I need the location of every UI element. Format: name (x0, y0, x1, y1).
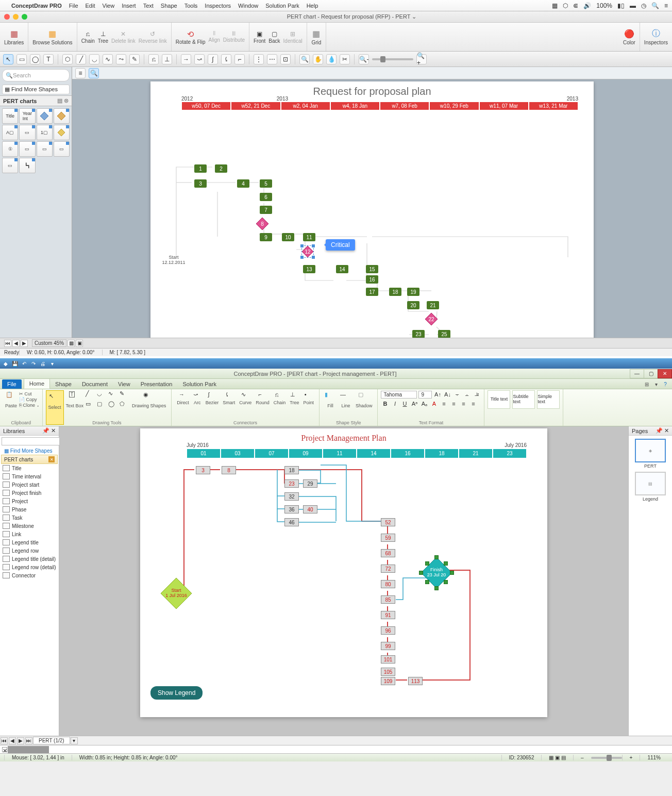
shape-phase[interactable]: ▭ (19, 125, 35, 140)
spotlight-icon[interactable]: ▦ (552, 2, 558, 9)
align-bot[interactable]: ⫡ (473, 390, 481, 399)
rotate-icon[interactable]: ⟲ (186, 29, 196, 39)
tree-icon[interactable]: ⊥ (99, 30, 107, 38)
node-8[interactable]: 8 (256, 218, 268, 230)
qa-save[interactable]: 💾 (11, 360, 19, 367)
shape-finish[interactable] (54, 108, 70, 124)
shape-year[interactable]: YearInt (19, 108, 35, 124)
tab-document[interactable]: Document (77, 379, 113, 389)
t-rrect[interactable]: ▢ (97, 401, 105, 409)
canvas2[interactable]: Project Management Plan July 2016 July 2… (59, 426, 628, 736)
menu-shape[interactable]: Shape (161, 3, 177, 9)
tab-presentation[interactable]: Presentation (136, 379, 178, 389)
conn-smart[interactable]: ⤹ (221, 54, 231, 64)
text-tool[interactable]: T (43, 54, 54, 64)
pm-101[interactable]: 101 (381, 655, 395, 664)
t-poly[interactable]: ⬠ (120, 401, 128, 409)
conn-round[interactable]: ⌐ (234, 54, 245, 64)
find-more-shapes[interactable]: ▦ Find More Shapes (2, 447, 57, 454)
qa-redo[interactable]: ↷ (30, 360, 37, 367)
lib-item[interactable]: Legend row (0, 546, 59, 555)
page2-canvas[interactable]: Project Management Plan July 2016 July 2… (140, 428, 547, 717)
align-top[interactable]: ⫟ (453, 390, 461, 399)
title-text-btn[interactable]: Title text (488, 390, 510, 409)
node-21[interactable]: 21 (427, 301, 439, 309)
shape-start[interactable] (37, 108, 53, 124)
node-23[interactable]: 23 (412, 330, 425, 338)
page-opt1[interactable]: ▦ (68, 340, 75, 347)
tab-solution-park[interactable]: Solution Park (177, 379, 221, 389)
pm-32[interactable]: 32 (284, 492, 299, 501)
align-j[interactable]: ≡ (469, 400, 477, 408)
lib-item[interactable]: Title (0, 464, 59, 472)
node-16[interactable]: 16 (366, 275, 378, 284)
page-first[interactable]: ⏮ (4, 340, 11, 347)
shape-tool[interactable]: ⬡ (62, 54, 73, 64)
select-icon[interactable]: ↖ (49, 393, 60, 404)
lib-item[interactable]: Task (0, 513, 59, 522)
lib-item[interactable]: Milestone (0, 522, 59, 530)
conn-arc[interactable]: ⤻ (194, 54, 205, 64)
qa-print[interactable]: 🖨 (39, 360, 46, 367)
pm-109[interactable]: 109 (381, 677, 395, 685)
t-line[interactable]: ╱ (86, 390, 94, 399)
tab-home[interactable]: Home (24, 378, 50, 389)
pm-80[interactable]: 80 (381, 580, 395, 588)
pm-113[interactable]: 113 (408, 677, 423, 685)
explode-icon[interactable]: ⊞ (643, 380, 650, 388)
t-ell[interactable]: ◯ (108, 401, 116, 409)
node-2[interactable]: 2 (215, 164, 227, 173)
conn-bezier[interactable]: ∫ (208, 54, 218, 64)
lib-item[interactable]: Project finish (0, 489, 59, 497)
pm-59[interactable]: 59 (381, 534, 395, 542)
chain-icon[interactable]: ⎌ (84, 30, 92, 38)
cut-button[interactable]: ✂ Cut (19, 391, 39, 396)
view-list[interactable]: ≡ (75, 68, 86, 78)
grid-icon[interactable]: ▦ (311, 28, 322, 39)
maximize-button[interactable] (22, 14, 27, 20)
sub[interactable]: Aₐ (420, 400, 428, 408)
pm-96[interactable]: 96 (381, 626, 395, 635)
t-arc[interactable]: ◡ (97, 390, 105, 399)
pm-99[interactable]: 99 (381, 642, 395, 650)
italic[interactable]: I (391, 400, 399, 408)
qa-undo[interactable]: ↶ (21, 360, 28, 367)
node-22[interactable]: 22 (425, 313, 438, 325)
node-25[interactable]: 25 (438, 330, 450, 338)
lib-search[interactable]: 🔍▦ (2, 437, 57, 445)
pm-29[interactable]: 29 (303, 479, 317, 488)
battery-icon[interactable]: ▮▯ (617, 2, 625, 9)
node-11[interactable]: 11 (303, 233, 315, 241)
node-5[interactable]: 5 (260, 179, 272, 188)
pm-105[interactable]: 105 (381, 668, 395, 676)
node-19[interactable]: 19 (407, 288, 419, 296)
collapse-ribbon-icon[interactable]: ▾ (652, 380, 660, 388)
shape-search[interactable]: 🔍 Search (2, 69, 70, 81)
search-icon[interactable]: 🔍 (651, 2, 659, 9)
edit-points[interactable]: ⋮ (254, 54, 264, 64)
node-18[interactable]: 18 (389, 288, 401, 296)
shape-title[interactable]: Title (2, 108, 18, 124)
shape-leg2[interactable]: ▭ (37, 141, 53, 157)
tab-next[interactable]: ▶ (17, 737, 24, 744)
shape-connector[interactable]: ┗┓ (19, 158, 35, 173)
menu-tools[interactable]: Tools (184, 3, 198, 9)
tab-shape[interactable]: Shape (50, 379, 77, 389)
node-12-selected[interactable]: 12 (301, 245, 314, 258)
snap-tool[interactable]: ⊡ (280, 54, 291, 64)
close-button[interactable] (4, 14, 10, 20)
hand-tool[interactable]: ✋ (313, 54, 323, 64)
finish2-node[interactable]: Finish23 Jul 20 (421, 557, 452, 588)
dropbox-icon[interactable]: ⬡ (563, 2, 568, 9)
node-9[interactable]: 9 (260, 233, 272, 241)
c-bez[interactable]: ∫ (208, 391, 216, 400)
menu-view[interactable]: View (103, 3, 115, 9)
fill-icon[interactable]: ▮ (325, 391, 336, 403)
tree-tool[interactable]: ⊥ (162, 54, 172, 64)
ellipse-tool[interactable]: ◯ (30, 54, 40, 64)
file-tab[interactable]: File (2, 379, 22, 389)
shape-project[interactable]: A▢ (2, 125, 18, 140)
volume-icon[interactable]: 🔊 (583, 2, 591, 9)
node-4[interactable]: 4 (237, 179, 249, 188)
menu-inspectors[interactable]: Inspectors (205, 3, 231, 9)
